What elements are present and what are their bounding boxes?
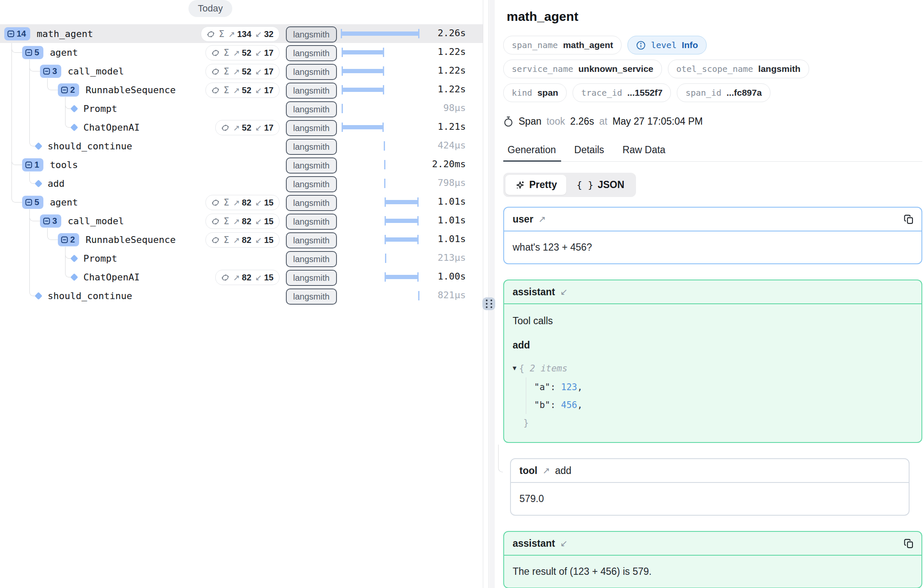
attribute-key: otel_scope_name	[676, 64, 753, 74]
token-usage-pill[interactable]: ↗82↙15	[215, 270, 279, 285]
child-count-badge[interactable]: 3	[40, 214, 61, 228]
collapse-icon[interactable]	[25, 199, 32, 206]
trace-row[interactable]: 2RunnableSequenceΣ↗82↙15langsmith1.01s	[0, 230, 483, 249]
view-toggle-json[interactable]: { }JSON	[567, 175, 633, 195]
output-tokens: 17	[264, 48, 274, 58]
collapse-icon[interactable]	[43, 217, 50, 225]
trace-row[interactable]: 3call_modelΣ↗52↙17langsmith1.22s	[0, 62, 483, 80]
langsmith-tag[interactable]: langsmith	[286, 232, 337, 248]
tab-raw-data[interactable]: Raw Data	[622, 144, 665, 156]
copy-button[interactable]	[903, 538, 915, 549]
collapse-icon[interactable]	[61, 236, 68, 243]
message-card-header: tool↗add	[511, 459, 909, 483]
collapse-icon[interactable]	[43, 68, 50, 75]
token-usage-pill[interactable]: Σ↗52↙17	[205, 45, 279, 60]
info-icon	[636, 40, 646, 50]
child-count-badge[interactable]: 14	[4, 27, 30, 40]
child-count-badge[interactable]: 1	[22, 158, 43, 171]
cost-coin-icon	[211, 217, 220, 225]
span-name: ChatOpenAI	[83, 272, 140, 283]
trace-row[interactable]: 5agentΣ↗52↙17langsmith1.22s	[0, 43, 483, 62]
collapse-icon[interactable]	[61, 86, 68, 94]
trace-row[interactable]: 5agentΣ↗82↙15langsmith1.01s	[0, 193, 483, 211]
input-arrow-icon: ↗	[233, 273, 240, 282]
trace-row[interactable]: Promptlangsmith213µs	[0, 249, 483, 268]
leaf-diamond-icon	[70, 273, 78, 281]
langsmith-tag[interactable]: langsmith	[286, 64, 337, 80]
view-toggle-pretty[interactable]: Pretty	[505, 175, 566, 195]
collapse-icon[interactable]	[25, 49, 32, 56]
trace-row[interactable]: should_continuelangsmith821µs	[0, 286, 483, 305]
message-role: assistant	[513, 538, 555, 549]
langsmith-tag[interactable]: langsmith	[286, 157, 337, 174]
scrollbar-gutter[interactable]	[489, 0, 495, 588]
trace-row[interactable]: 2RunnableSequenceΣ↗52↙17langsmith1.22s	[0, 80, 483, 99]
trace-row[interactable]: ChatOpenAI↗82↙15langsmith1.00s	[0, 268, 483, 286]
langsmith-tag[interactable]: langsmith	[286, 195, 337, 211]
langsmith-tag[interactable]: langsmith	[286, 120, 337, 136]
json-open-line[interactable]: ▼{ 2 items	[513, 360, 913, 378]
output-tokens: 17	[264, 123, 274, 133]
panel-divider[interactable]	[483, 0, 495, 588]
child-count-badge[interactable]: 5	[22, 196, 43, 209]
langsmith-tag[interactable]: langsmith	[286, 270, 337, 286]
duration-value: 1.01s	[438, 215, 466, 225]
copy-icon[interactable]	[903, 214, 915, 225]
detail-tabs: GenerationDetailsRaw Data	[503, 144, 924, 162]
child-count-badge[interactable]: 3	[40, 65, 61, 78]
collapse-icon[interactable]	[25, 161, 32, 168]
trace-row[interactable]: Promptlangsmith98µs	[0, 99, 483, 118]
trace-row[interactable]: 14math_agentΣ↗134↙32langsmith2.26s	[0, 24, 483, 43]
leaf-diamond-icon	[34, 180, 42, 187]
span-summary: Span took 2.26s at May 27 17:05:04 PM	[503, 116, 924, 127]
child-count-badge[interactable]: 2	[58, 233, 79, 246]
duration-bar-lane	[338, 99, 421, 118]
duration-bar	[385, 275, 418, 279]
copy-icon[interactable]	[903, 538, 915, 549]
langsmith-tag[interactable]: langsmith	[286, 83, 337, 99]
langsmith-tag[interactable]: langsmith	[286, 45, 337, 61]
tab-generation[interactable]: Generation	[508, 144, 556, 156]
langsmith-tag[interactable]: langsmith	[286, 214, 337, 230]
copy-button[interactable]	[903, 214, 915, 225]
divider-line	[483, 0, 483, 588]
duration-bar	[342, 88, 384, 92]
trace-row[interactable]: 1toolslangsmith2.20ms	[0, 155, 483, 174]
token-usage-pill[interactable]: Σ↗134↙32	[201, 26, 279, 42]
duration-bar-lane	[338, 137, 421, 155]
trace-row[interactable]: should_continuelangsmith424µs	[0, 137, 483, 155]
date-filter-pill[interactable]: Today	[188, 0, 232, 17]
chevron-down-icon[interactable]: ▼	[513, 359, 516, 377]
token-usage-pill[interactable]: Σ↗82↙15	[205, 214, 279, 229]
json-entry: "a": 123,	[513, 378, 913, 396]
inbound-arrow-icon: ↙	[560, 287, 568, 297]
attribute-key: trace_id	[581, 88, 622, 98]
langsmith-tag[interactable]: langsmith	[286, 288, 337, 305]
duration-value: 1.01s	[438, 234, 466, 244]
trace-row[interactable]: addlangsmith798µs	[0, 174, 483, 193]
langsmith-tag[interactable]: langsmith	[286, 176, 337, 192]
tab-details[interactable]: Details	[574, 144, 604, 156]
langsmith-tag[interactable]: langsmith	[286, 101, 337, 117]
divider-grip-handle[interactable]	[482, 297, 495, 310]
langsmith-tag[interactable]: langsmith	[286, 26, 337, 43]
langsmith-tag[interactable]: langsmith	[286, 251, 337, 267]
trace-row-main: 2RunnableSequence	[58, 80, 176, 99]
collapse-icon[interactable]	[7, 30, 14, 37]
child-count-badge[interactable]: 2	[58, 83, 79, 97]
token-usage-pill[interactable]: Σ↗82↙15	[205, 195, 279, 210]
langsmith-trace-view: Today 14math_agentΣ↗134↙32langsmith2.26s…	[0, 0, 924, 588]
child-count-badge[interactable]: 5	[22, 46, 43, 59]
message-card-assistant: assistant↙The result of (123 + 456) is 5…	[503, 531, 922, 588]
token-usage-pill[interactable]: Σ↗52↙17	[205, 83, 279, 98]
page-title: math_agent	[507, 9, 924, 24]
token-usage-pill[interactable]: Σ↗52↙17	[205, 64, 279, 79]
trace-row[interactable]: ChatOpenAI↗52↙17langsmith1.21s	[0, 118, 483, 137]
token-usage-pill[interactable]: ↗52↙17	[215, 120, 279, 135]
langsmith-tag[interactable]: langsmith	[286, 139, 337, 155]
duration-bar-lane	[338, 174, 421, 193]
duration-tick	[418, 291, 419, 300]
trace-row[interactable]: 3call_modelΣ↗82↙15langsmith1.01s	[0, 211, 483, 230]
attribute-value: langsmith	[758, 64, 800, 74]
token-usage-pill[interactable]: Σ↗82↙15	[205, 232, 279, 248]
